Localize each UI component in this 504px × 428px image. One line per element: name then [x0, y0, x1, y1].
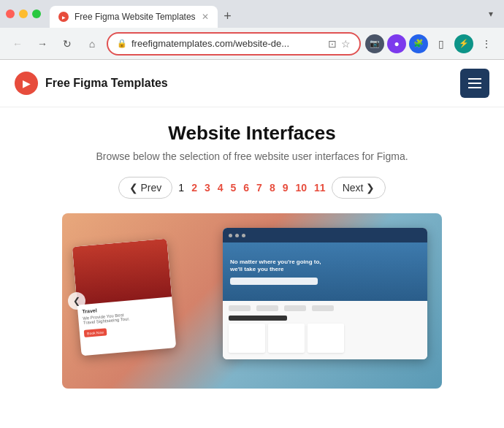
- float-card-button: Book Now: [84, 328, 107, 337]
- page-8[interactable]: 8: [268, 180, 277, 195]
- minimize-button[interactable]: [19, 9, 28, 18]
- prev-chevron-icon: ❮: [129, 182, 138, 194]
- mock-body-section: [223, 301, 427, 359]
- logo-play-icon: ▶: [15, 72, 38, 95]
- maximize-button[interactable]: [32, 9, 41, 18]
- site-logo-text: Free Figma Templates: [45, 77, 168, 90]
- tabs-area: Free Figma Website Templates ✕ +: [50, 0, 478, 28]
- mock-hero-section: No matter where you're going to, we'll t…: [223, 242, 427, 301]
- page-title: Website Interfaces: [168, 122, 335, 145]
- page-11[interactable]: 11: [313, 180, 327, 195]
- tab-close-icon[interactable]: ✕: [202, 12, 209, 22]
- mock-dot-2: [235, 234, 239, 237]
- menu-icon[interactable]: ⋮: [476, 34, 497, 54]
- site-header: ▶ Free Figma Templates: [0, 60, 504, 107]
- mock-section-title: [229, 316, 287, 321]
- page-3[interactable]: 3: [203, 180, 212, 195]
- tab-favicon-icon: [58, 12, 69, 22]
- traffic-lights: [6, 9, 41, 18]
- mock-cards-row: [229, 324, 421, 353]
- sidebar-toggle-icon[interactable]: ▯: [431, 34, 451, 54]
- pagination: ❮ Prev 1 2 3 4 5 6 7 8 9 10 11 Next ❯: [118, 177, 386, 199]
- address-bar[interactable]: 🔒 freefigmatemplates.com/website-de... ⊡…: [107, 32, 361, 56]
- nav-bar: ← → ↻ ⌂ 🔒 freefigmatemplates.com/website…: [0, 28, 504, 60]
- refresh-button[interactable]: ↻: [57, 34, 77, 54]
- page-7[interactable]: 7: [255, 180, 264, 195]
- float-card-text: Travel We Provide You BestTravel Sightse…: [77, 297, 175, 343]
- hamburger-line-1: [468, 78, 481, 80]
- browser-frame: Free Figma Website Templates ✕ + ▾ ← → ↻…: [0, 0, 504, 428]
- next-label: Next: [343, 182, 364, 194]
- new-tab-button[interactable]: +: [218, 6, 238, 26]
- page-content: ▶ Free Figma Templates Website Interface…: [0, 60, 504, 428]
- next-button[interactable]: Next ❯: [332, 177, 386, 199]
- mock-hero-text: No matter where you're going to, we'll t…: [230, 259, 332, 274]
- left-arrow-icon[interactable]: ❮: [68, 292, 85, 310]
- share-icon[interactable]: ⊡: [328, 38, 337, 50]
- title-bar-right: ▾: [484, 7, 498, 21]
- mock-search-bar: [230, 278, 318, 285]
- preview-inner: Travel We Provide You BestTravel Sightse…: [62, 213, 442, 389]
- main-content: Website Interfaces Browse below the sele…: [0, 107, 504, 428]
- dropdown-icon[interactable]: ▾: [484, 7, 498, 21]
- hamburger-button[interactable]: [460, 69, 489, 98]
- mock-logo-1: [229, 305, 251, 311]
- float-card-left: Travel We Provide You BestTravel Sightse…: [72, 239, 177, 356]
- mock-dot-3: [242, 234, 245, 237]
- preview-area: Travel We Provide You BestTravel Sightse…: [62, 213, 442, 389]
- hamburger-line-3: [468, 87, 481, 88]
- screenshot-ext-icon[interactable]: 📷: [365, 34, 384, 53]
- mock-logo-3: [284, 305, 306, 311]
- site-logo: ▶ Free Figma Templates: [15, 72, 168, 95]
- mock-browser-card: No matter where you're going to, we'll t…: [223, 228, 427, 359]
- mock-browser-nav: [223, 228, 427, 242]
- page-6[interactable]: 6: [242, 180, 251, 195]
- puzzle-ext-icon[interactable]: 🧩: [409, 34, 428, 53]
- forward-button[interactable]: →: [32, 34, 53, 54]
- mock-card-3: [308, 324, 344, 353]
- float-card-image: [72, 239, 172, 305]
- bookmark-icon[interactable]: ☆: [341, 38, 351, 50]
- mock-card-1: [229, 324, 265, 353]
- page-9[interactable]: 9: [281, 180, 290, 195]
- lock-icon: 🔒: [117, 39, 127, 48]
- page-10[interactable]: 10: [294, 180, 309, 195]
- mock-logo-2: [256, 305, 278, 311]
- mock-logo-4: [312, 305, 334, 311]
- page-5[interactable]: 5: [229, 180, 238, 195]
- close-button[interactable]: [6, 9, 15, 18]
- page-1[interactable]: 1: [177, 180, 186, 195]
- home-button[interactable]: ⌂: [82, 34, 102, 54]
- title-bar: Free Figma Website Templates ✕ + ▾: [0, 0, 504, 28]
- page-subtitle: Browse below the selection of free websi…: [96, 150, 408, 162]
- mock-card-2: [268, 324, 305, 353]
- next-chevron-icon: ❯: [366, 182, 375, 194]
- address-text: freefigmatemplates.com/website-de...: [131, 38, 324, 49]
- hamburger-icon: [468, 78, 481, 88]
- prev-label: Prev: [141, 182, 162, 194]
- mock-dot-1: [229, 234, 232, 237]
- address-right-icons: ⊡ ☆: [328, 38, 351, 50]
- hamburger-line-2: [468, 83, 481, 84]
- tab-title: Free Figma Website Templates: [75, 12, 196, 22]
- active-tab[interactable]: Free Figma Website Templates ✕: [50, 6, 218, 28]
- mock-logo-strip: [229, 305, 421, 311]
- page-4[interactable]: 4: [216, 180, 225, 195]
- purple-ext-icon[interactable]: ●: [387, 34, 406, 53]
- teal-ext-icon[interactable]: ⚡: [454, 34, 473, 53]
- nav-right-area: 📷 ● 🧩 ▯ ⚡ ⋮: [365, 34, 497, 54]
- page-2[interactable]: 2: [190, 180, 199, 195]
- back-button[interactable]: ←: [7, 34, 28, 54]
- prev-button[interactable]: ❮ Prev: [118, 177, 173, 199]
